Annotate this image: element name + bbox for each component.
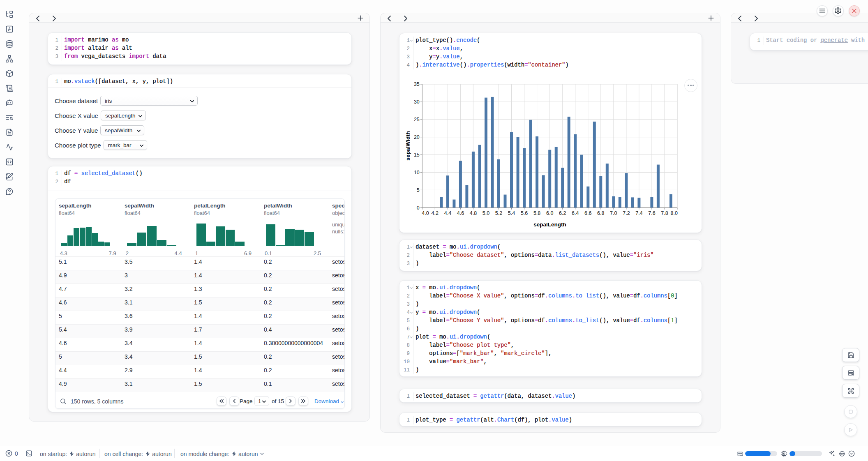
svg-text:4.2: 4.2: [432, 210, 439, 216]
svg-text:5: 5: [417, 187, 420, 193]
svg-text:6.6: 6.6: [584, 210, 591, 216]
svg-text:4.4: 4.4: [444, 210, 451, 216]
svg-text:7.8: 7.8: [661, 210, 668, 216]
svg-text:5.0: 5.0: [482, 210, 489, 216]
svg-text:20: 20: [414, 134, 420, 140]
svg-text:25: 25: [414, 117, 420, 122]
svg-text:35: 35: [414, 81, 420, 87]
svg-text:6.8: 6.8: [597, 210, 604, 216]
svg-text:4.6: 4.6: [457, 210, 464, 216]
svg-text:5.8: 5.8: [533, 210, 540, 216]
svg-text:8.0: 8.0: [671, 210, 678, 216]
svg-text:6.2: 6.2: [559, 210, 566, 216]
svg-text:7.6: 7.6: [648, 210, 655, 216]
svg-text:0: 0: [417, 205, 420, 211]
svg-text:7.4: 7.4: [635, 210, 642, 216]
svg-text:15: 15: [414, 152, 420, 158]
svg-text:5.6: 5.6: [521, 210, 528, 216]
svg-text:sepalLength: sepalLength: [533, 221, 566, 228]
svg-text:4.8: 4.8: [470, 210, 477, 216]
svg-text:5.4: 5.4: [508, 210, 515, 216]
svg-text:6.0: 6.0: [546, 210, 553, 216]
svg-text:sepalWidth: sepalWidth: [405, 131, 411, 161]
svg-text:7.0: 7.0: [610, 210, 617, 216]
svg-text:6.4: 6.4: [572, 210, 579, 216]
svg-text:30: 30: [414, 99, 420, 105]
svg-text:5.2: 5.2: [495, 210, 502, 216]
svg-text:10: 10: [414, 170, 420, 175]
svg-text:7.2: 7.2: [623, 210, 630, 216]
svg-text:4.0: 4.0: [422, 210, 429, 216]
